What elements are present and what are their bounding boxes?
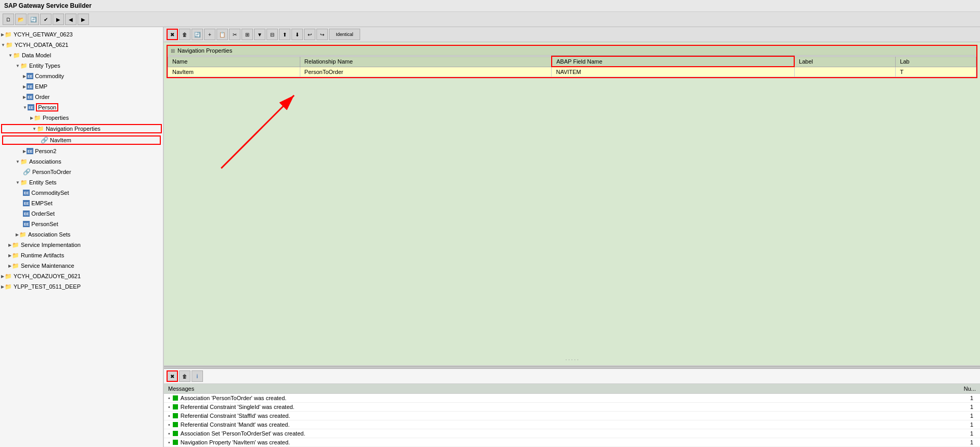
tree-node-service-impl[interactable]: ▶ 📁 Service Implementation	[0, 240, 163, 250]
redo-btn[interactable]: ↪	[316, 29, 328, 40]
service-maint-label: Service Maintenance	[21, 263, 74, 269]
tree-node-odata[interactable]: ▼ 📁 YCYH_ODATA_0621	[0, 40, 163, 50]
person2-label: Person2	[35, 148, 56, 154]
expand-icon-odata[interactable]: ▼	[1, 43, 5, 47]
orderset-label: OrderSet	[31, 210, 55, 217]
expand-icon[interactable]: ▶	[1, 32, 4, 37]
expand-icon-person2[interactable]: ▶	[23, 149, 26, 154]
new-button[interactable]: 🗋	[3, 14, 14, 25]
bottom-info-btn[interactable]: i	[192, 370, 203, 382]
nav-table-row[interactable]: NavItem PersonToOrder NAVITEM T	[168, 67, 976, 77]
identical-btn[interactable]: Identical	[329, 29, 360, 40]
order-box-icon: EE	[27, 94, 33, 100]
tree-node-entity-types[interactable]: ▼ 📁 Entity Types	[0, 60, 163, 71]
tree-node-nav-props[interactable]: ▼ 📁 Navigation Properties	[0, 123, 163, 134]
arrow-annotation	[180, 85, 336, 179]
tree-node-person[interactable]: ▼ EE Person	[0, 102, 163, 113]
expand-icon-emp[interactable]: ▶	[23, 84, 26, 89]
tree-node-association-sets[interactable]: ▶ 📁 Association Sets	[0, 229, 163, 240]
expand-icon-dm[interactable]: ▼	[8, 53, 12, 58]
row-label	[794, 67, 896, 77]
datamodel-label: Data Model	[22, 52, 51, 58]
msg-text-1: Association 'PersonToOrder' was created.	[181, 395, 960, 401]
tree-node-orderset[interactable]: EE OrderSet	[0, 208, 163, 219]
nav-properties-table: Name Relationship Name ABAP Field Name L…	[168, 56, 976, 77]
table-btn[interactable]: ⊞	[241, 29, 253, 40]
personset-label: PersonSet	[31, 221, 58, 227]
tree-node-commodity[interactable]: ▶ EE Commodity	[0, 71, 163, 81]
entity-box-icon: EE	[27, 73, 33, 79]
navitem-link-icon: 🔗	[41, 136, 48, 144]
copy-btn[interactable]: 📋	[217, 29, 228, 40]
expand-icon-sm[interactable]: ▶	[8, 264, 11, 268]
col-lab: Lab	[896, 56, 976, 67]
expand-icon-order[interactable]: ▶	[23, 95, 26, 100]
tree-node-getway[interactable]: ▶ 📁 YCYH_GETWAY_0623	[0, 29, 163, 40]
open-button[interactable]: 📂	[15, 14, 27, 25]
bottom-trash-btn[interactable]: 🗑	[179, 370, 190, 382]
check-button[interactable]: ✔	[40, 14, 52, 25]
bullet: •	[168, 413, 170, 419]
move-up-btn[interactable]: ⬆	[279, 29, 290, 40]
app-title: SAP Gateway Service Builder	[0, 0, 980, 12]
nav-properties-panel: ⊞ Navigation Properties Name Relationshi…	[167, 45, 977, 78]
nav-back-button[interactable]: ◀	[65, 14, 77, 25]
expand-icon-ra[interactable]: ▶	[8, 253, 11, 258]
bottom-delete-btn[interactable]: ✖	[167, 370, 178, 382]
expand-icon-assoc[interactable]: ▼	[16, 159, 20, 164]
expand-icon-es[interactable]: ▼	[16, 180, 20, 185]
msg-text-5: Association Set 'PersonToOrderSet' was c…	[181, 430, 960, 437]
message-row: • Referential Constraint 'SingleId' was …	[164, 403, 980, 412]
expand-icon-ylpp[interactable]: ▶	[1, 284, 4, 289]
tree-node-entity-sets[interactable]: ▼ 📁 Entity Sets	[0, 177, 163, 188]
tree-node-service-maint[interactable]: ▶ 📁 Service Maintenance	[0, 260, 163, 271]
sync-content-btn[interactable]: 🔄	[192, 29, 203, 40]
expand-icon-si[interactable]: ▶	[8, 243, 11, 247]
sync-button[interactable]: 🔄	[28, 14, 39, 25]
tree-node-ylpp[interactable]: ▶ 📁 YLPP_TEST_0511_DEEP	[0, 281, 163, 292]
tree-node-commodityset[interactable]: EE CommoditySet	[0, 188, 163, 198]
global-toolbar: 🗋 📂 🔄 ✔ ▶ ◀ ▶	[0, 12, 980, 27]
nav-forward-button[interactable]: ▶	[78, 14, 89, 25]
tree-node-order[interactable]: ▶ EE Order	[0, 92, 163, 102]
empset-box-icon: EE	[23, 200, 30, 206]
col-abap-field: ABAP Field Name	[552, 56, 794, 67]
tree-node-runtime[interactable]: ▶ 📁 Runtime Artifacts	[0, 250, 163, 260]
tree-node-person2[interactable]: ▶ EE Person2	[0, 146, 163, 156]
run-button[interactable]: ▶	[53, 14, 64, 25]
tree-node-personset[interactable]: EE PersonSet	[0, 219, 163, 229]
cut-btn[interactable]: ✂	[229, 29, 240, 40]
svg-line-1	[221, 95, 294, 168]
expand-icon-as[interactable]: ▶	[16, 232, 19, 237]
expand-icon-person[interactable]: ▼	[23, 105, 27, 110]
right-panel: ✖ 🗑 🔄 + 📋 ✂ ⊞ ▼ ⊟ ⬆ ⬇ ↩ ↪ Identical ⊞ Na…	[164, 27, 980, 447]
bullet: •	[168, 439, 170, 445]
undo-btn[interactable]: ↩	[304, 29, 315, 40]
tree-node-emp[interactable]: ▶ EE EMP	[0, 81, 163, 92]
pto-link-icon: 🔗	[23, 168, 31, 176]
message-row: • Navigation Property 'NavItem' was crea…	[164, 438, 980, 447]
tree-node-navitem[interactable]: 🔗 NavItem	[0, 134, 163, 146]
add-btn[interactable]: +	[204, 29, 215, 40]
delete-btn[interactable]: ✖	[167, 29, 178, 40]
trash-btn[interactable]: 🗑	[179, 29, 190, 40]
tree-node-properties[interactable]: ▶ 📁 Properties	[0, 113, 163, 123]
expand-icon-com[interactable]: ▶	[23, 74, 26, 79]
tree-node-empset[interactable]: EE EMPSet	[0, 198, 163, 208]
tree-node-persontoorder[interactable]: 🔗 PersonToOrder	[0, 167, 163, 177]
emp-label: EMP	[35, 83, 47, 90]
expand-icon-odaz[interactable]: ▶	[1, 274, 4, 279]
expand-icon-et[interactable]: ▼	[16, 64, 20, 68]
col-relationship: Relationship Name	[300, 56, 552, 67]
layout-btn[interactable]: ⊟	[266, 29, 278, 40]
tree-node-datamodel[interactable]: ▼ 📁 Data Model	[0, 50, 163, 60]
tree-node-odazuoye[interactable]: ▶ 📁 YCYH_ODAZUOYE_0621	[0, 271, 163, 281]
tree-node-associations[interactable]: ▼ 📁 Associations	[0, 156, 163, 167]
expand-icon-navprops[interactable]: ▼	[32, 127, 36, 131]
col-name: Name	[168, 56, 300, 67]
filter-btn[interactable]: ▼	[254, 29, 265, 40]
bullet: •	[168, 395, 170, 401]
move-down-btn[interactable]: ⬇	[291, 29, 303, 40]
expand-icon-props[interactable]: ▶	[30, 116, 33, 120]
msg-num-1: 1	[960, 395, 976, 401]
